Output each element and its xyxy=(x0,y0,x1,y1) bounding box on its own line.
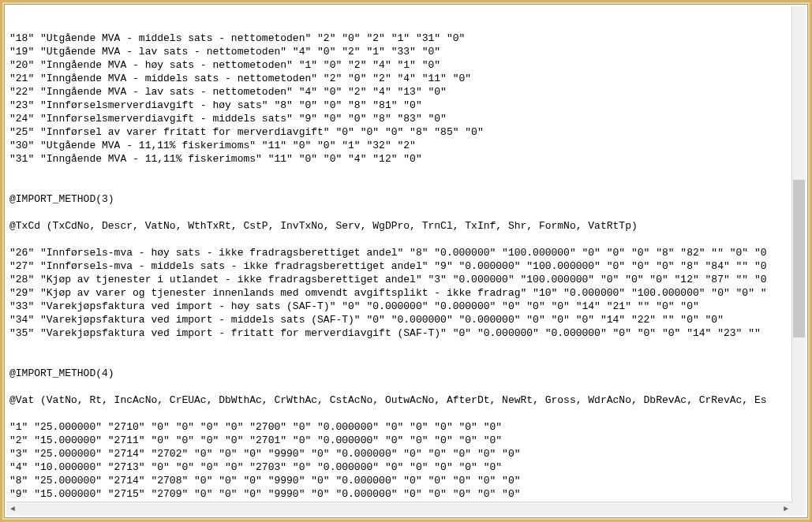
horizontal-scrollbar[interactable]: ◄ ► xyxy=(6,501,792,516)
text-content[interactable]: "18" "Utgående MVA - middels sats - nett… xyxy=(9,32,803,501)
text-editor[interactable]: "18" "Utgående MVA - middels sats - nett… xyxy=(5,5,807,517)
scrollbar-corner xyxy=(792,502,806,516)
vertical-scrollbar[interactable] xyxy=(791,6,806,502)
vertical-scroll-thumb[interactable] xyxy=(793,180,805,337)
scroll-left-icon[interactable]: ◄ xyxy=(6,503,19,516)
scroll-right-icon[interactable]: ► xyxy=(780,503,792,516)
editor-window: "18" "Utgående MVA - middels sats - nett… xyxy=(0,0,812,522)
editor-container: "18" "Utgående MVA - middels sats - nett… xyxy=(4,4,808,518)
horizontal-scroll-track[interactable] xyxy=(19,502,780,516)
